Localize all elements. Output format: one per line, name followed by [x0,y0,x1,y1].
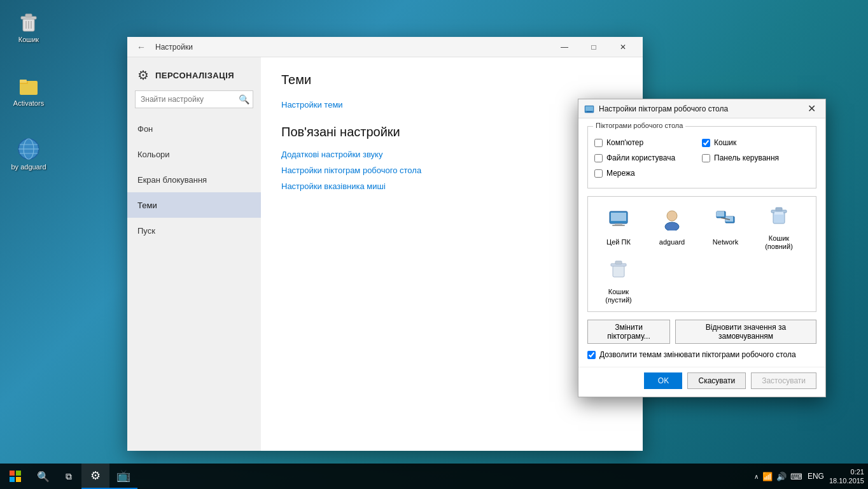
network-label: Network [713,238,738,246]
sidebar-nav: Фон Кольори Екран блокування Теми Пуск [127,116,261,451]
start-button[interactable] [0,464,31,489]
svg-rect-36 [16,471,21,476]
search-input[interactable] [135,90,253,108]
files-checkbox[interactable] [594,154,603,162]
temy-settings-link[interactable]: Настройки теми [281,100,622,110]
svg-rect-37 [10,477,15,482]
icon-cell-network[interactable]: Network [700,202,751,253]
svg-rect-2 [25,14,32,17]
activators-icon [16,73,41,98]
recycle-bin-icon [16,9,41,34]
desktop-icon-recycle[interactable]: Кошик [6,6,51,46]
korzyna-checkbox[interactable] [702,139,710,147]
svg-rect-32 [613,266,624,277]
recycle-full-icon [767,204,790,232]
window-controls: — □ ✕ [550,37,638,57]
ok-button[interactable]: OK [644,372,682,389]
desktop-icons-group: Піктограми робочого стола Комп'ютер Коши… [587,126,816,188]
network-icon [714,208,737,236]
icon-cell-recycle-full[interactable]: Кошик (повний) [753,202,804,253]
merezha-checkbox[interactable] [594,169,603,178]
checkbox-computer[interactable]: Комп'ютер [594,138,702,147]
recycle-empty-icon [607,257,630,285]
personalization-title: ПЕРСОНАЛІЗАЦІЯ [155,71,234,80]
icon-cell-recycle-empty[interactable]: Кошик (пустий) [593,255,644,306]
volume-tray-icon: 🔊 [776,472,787,481]
sidebar-item-pusk[interactable]: Пуск [127,218,261,243]
section-temy-title: Теми [281,73,622,87]
taskbar: 🔍 ⧉ ⚙ 📺 ∧ 📶 🔊 ⌨ ENG 0:21 18.10.2015 [0,464,868,489]
icon-cell-this-pc[interactable]: Цей ПК [593,202,644,253]
dialog-title-text: Настройки піктограм робочого стола [599,104,802,113]
adguard-dialog-label: adguard [659,238,685,246]
themes-checkbox[interactable] [587,351,596,359]
settings-window: ← Настройки — □ ✕ ⚙ ПЕРСОНАЛІЗАЦІЯ 🔍 [127,37,643,451]
cursor-settings-link[interactable]: Настройки вказівника миші [281,181,622,191]
checkbox-panel[interactable]: Панель керування [702,153,809,162]
adguard-dialog-icon [661,208,683,236]
task-view-button[interactable]: ⧉ [56,464,81,489]
svg-rect-25 [717,211,724,216]
icon-action-buttons: Змінити піктограму... Відновити значення… [587,320,816,344]
svg-rect-31 [774,212,783,215]
sidebar-item-fon[interactable]: Фон [127,116,261,141]
monitor-taskbar-app[interactable]: 📺 [109,464,137,489]
icon-cell-adguard[interactable]: adguard [647,202,697,253]
sound-settings-link[interactable]: Додаткові настройки звуку [281,150,622,159]
svg-rect-8 [20,80,27,83]
adguard-label: by adguard [11,163,46,171]
settings-sidebar: ⚙ ПЕРСОНАЛІЗАЦІЯ 🔍 Фон Кольори Екран бло… [127,57,261,451]
sidebar-item-kolory[interactable]: Кольори [127,141,261,167]
network-tray-icon: 📶 [762,472,773,481]
checkbox-merezha[interactable]: Мережа [594,169,702,178]
language-indicator[interactable]: ENG [808,472,824,481]
this-pc-icon [607,208,630,236]
maximize-button[interactable]: □ [579,37,608,57]
svg-rect-38 [16,477,21,482]
taskbar-right: ∧ 📶 🔊 ⌨ ENG 0:21 18.10.2015 [754,464,868,489]
cancel-button[interactable]: Скасувати [687,372,746,389]
dialog-icon [584,103,595,115]
settings-header: ⚙ ПЕРСОНАЛІЗАЦІЯ [127,57,261,90]
recycle-empty-label: Кошик (пустий) [596,288,641,304]
taskbar-search-button[interactable]: 🔍 [31,464,56,489]
checkbox-files[interactable]: Файли користувача [594,153,702,162]
settings-taskbar-app[interactable]: ⚙ [81,464,109,489]
svg-point-22 [665,222,679,230]
svg-rect-34 [615,261,622,264]
adguard-icon [16,136,41,162]
back-button[interactable]: ← [132,38,150,56]
close-button[interactable]: ✕ [608,37,638,57]
panel-checkbox[interactable] [702,154,710,162]
keyboard-tray-icon: ⌨ [790,472,802,481]
settings-window-title: Настройки [155,43,193,52]
tray-chevron[interactable]: ∧ [754,473,759,480]
dialog-close-button[interactable]: ✕ [802,100,820,118]
clock[interactable]: 0:21 18.10.2015 [829,467,864,486]
recycle-full-label: Кошик (повний) [757,234,801,251]
sidebar-item-temy[interactable]: Теми [127,192,261,218]
checkbox-grid: Комп'ютер Кошик Файли користувача Панель… [594,138,809,181]
activators-label: Activators [13,99,44,107]
search-box: 🔍 [135,90,253,108]
svg-rect-15 [585,106,593,111]
change-icon-button[interactable]: Змінити піктограму... [587,320,670,344]
sidebar-item-lock[interactable]: Екран блокування [127,167,261,192]
dialog-footer: OK Скасувати Застосувати [578,367,825,397]
recycle-bin-label: Кошик [18,36,39,43]
desktop-icons-dialog: Настройки піктограм робочого стола ✕ Пік… [578,99,826,397]
computer-checkbox[interactable] [594,139,603,147]
desktop-icon-activators[interactable]: Activators [6,70,51,110]
minimize-button[interactable]: — [550,37,579,57]
restore-defaults-button[interactable]: Відновити значення за замовчуванням [675,320,816,344]
this-pc-label: Цей ПК [606,238,631,246]
desktop-icons-link[interactable]: Настройки піктограм робочого стола [281,166,622,175]
system-tray: ∧ 📶 🔊 ⌨ [754,472,802,481]
clock-date: 18.10.2015 [829,476,864,485]
themes-checkbox-row[interactable]: Дозволити темам змінювати піктограми роб… [587,350,816,359]
dialog-titlebar: Настройки піктограм робочого стола ✕ [578,99,825,118]
svg-rect-20 [612,225,625,226]
apply-button[interactable]: Застосувати [751,372,816,389]
checkbox-korzyna[interactable]: Кошик [702,138,809,147]
desktop-icon-adguard[interactable]: by adguard [6,134,51,173]
